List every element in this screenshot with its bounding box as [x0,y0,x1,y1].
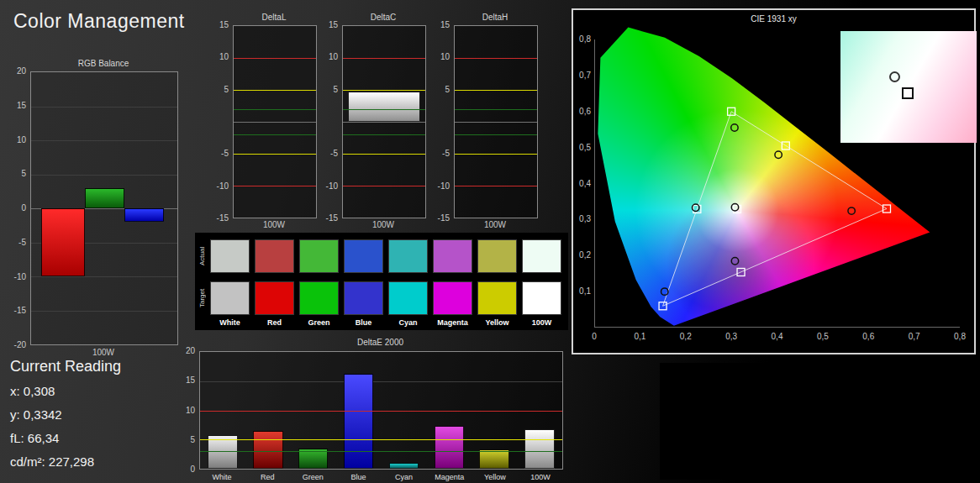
swatch-column-label: Cyan [388,318,428,327]
cie-x-tick-label: 0,8 [947,332,972,341]
delta-h-title: DeltaH [454,13,536,22]
rgb-balance-chart: RGB Balance 100W 20151050-5-10-15-20 [0,50,180,363]
target-swatch-100w [522,281,561,315]
y-tick-label: -20 [0,340,26,350]
cie-y-tick-label: 0,3 [573,214,591,224]
cie-x-tick-label: 0,2 [673,332,698,341]
y-tick-label: 10 [427,52,450,62]
cie-x-tick-label: 0,6 [856,332,881,341]
actual-swatch-white [210,239,250,273]
gridline [31,311,177,312]
reference-line [234,186,316,186]
swatch-column-label: Red [255,318,294,327]
y-tick-label: 5 [427,85,450,95]
y-tick-label: -15 [315,213,338,223]
swatch-column-label: Yellow [477,318,517,327]
cie-y-tick-label: 0,4 [573,179,591,189]
y-tick-label: 5 [0,169,26,179]
cie-y-tick-label: 0,7 [573,71,591,81]
cie-y-tick-label: 0,1 [573,286,591,297]
actual-swatch-100w [522,239,561,273]
y-tick-label: 10 [0,135,26,145]
target-swatch-blue [344,281,383,315]
y-tick-label: 15 [427,20,450,30]
bar-blue [124,208,164,222]
gridline [31,107,177,108]
gridline [31,140,177,141]
actual-swatch-blue [344,239,383,273]
reference-line [234,154,316,155]
delta-h-chart: DeltaH 100W 15105-5-10-15 [427,7,540,235]
y-tick-label: -5 [315,149,338,159]
delta-h-x-label: 100W [454,220,536,229]
delta-c-chart: DeltaC 100W 15105-5-10-15 [315,7,428,235]
inset-measured-marker [889,71,900,82]
x-category-label: Cyan [382,473,427,481]
cie-x-tick-label: 0,5 [810,332,835,341]
cie-title: CIE 1931 xy [573,14,974,24]
reference-line [343,186,425,186]
reference-line [234,109,316,110]
swatch-panel: ActualTargetWhiteRedGreenBlueCyanMagenta… [195,233,568,330]
delta-l-title: DeltaL [233,13,315,22]
y-tick-label: 10 [315,52,338,62]
y-tick-label: -10 [427,181,450,192]
y-tick-label: -5 [0,238,26,248]
x-category-label: Blue [335,473,381,481]
cie-y-tick-label: 0,6 [573,107,591,117]
delta-e-2000-chart: DeltaE 2000 20151050WhiteRedGreenBlueCya… [168,336,566,483]
reference-line [343,90,425,91]
y-tick-label: -10 [315,181,338,192]
target-swatch-magenta [433,281,472,315]
swatch-row-label-target: Target [197,281,208,315]
actual-swatch-green [299,239,339,273]
bar-100w [348,92,420,122]
reference-line [343,58,425,59]
reference-line [455,134,537,135]
delta-c-title: DeltaC [342,13,424,22]
bar-red [41,208,85,276]
cie-x-tick-label: 0,1 [627,332,652,341]
bar-yellow [479,449,509,469]
actual-swatch-red [255,239,294,273]
actual-swatch-yellow [477,239,517,273]
swatch-column-label: Green [299,318,339,327]
y-tick-label: -5 [427,149,450,159]
target-swatch-green [299,281,339,315]
x-category-label: White [199,473,245,481]
bar-green [85,188,124,208]
y-tick-label: -15 [206,213,229,223]
current-reading: Current Reading x: 0,308 y: 0,3342 fL: 6… [10,358,203,478]
bar-cyan [389,463,419,469]
reference-line [200,411,562,412]
reference-line [455,154,537,155]
delta-l-x-label: 100W [233,220,315,229]
x-category-label: 100W [518,473,563,481]
blank-panel [660,363,891,480]
y-tick-label: -5 [206,149,229,159]
reference-line [455,186,537,186]
measured-marker-blue [661,288,668,295]
bar-100w [524,429,555,469]
reference-line [455,58,537,59]
delta-e-2000-title: DeltaE 2000 [199,338,561,347]
color-management-screen: Color Management RGB Balance 100W 201510… [0,0,980,483]
cie-x-tick-label: 0,3 [719,332,744,341]
current-reading-heading: Current Reading [10,358,203,375]
delta-h-plot [454,25,538,218]
target-swatch-white [210,281,250,315]
swatch-column-label: Blue [344,318,383,327]
delta-l-plot [233,25,317,218]
gridline [200,381,562,382]
cie-x-tick-label: 0,7 [902,332,927,341]
y-tick-label: 5 [206,85,229,95]
page-title: Color Management [13,10,185,33]
inset-target-marker [902,87,914,99]
cie-y-tick-label: 0,2 [573,250,591,260]
x-category-label: Yellow [472,473,518,481]
cie-y-tick-label: 0,8 [573,34,591,45]
y-tick-label: -10 [206,181,229,192]
reference-line [343,154,425,155]
reference-line [343,109,425,110]
rgb-balance-plot [30,71,178,345]
